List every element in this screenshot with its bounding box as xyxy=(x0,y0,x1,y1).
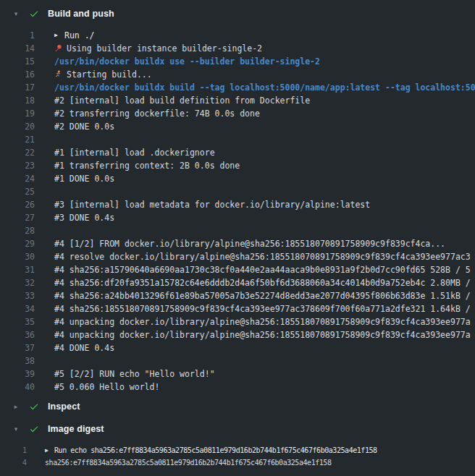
chevron-down-icon: ▾ xyxy=(12,425,20,433)
log-line: 36 #4 unpacking docker.io/library/alpine… xyxy=(0,328,475,341)
log-line: 21 xyxy=(0,133,475,146)
section-header-inspect[interactable]: ▸ Inspect xyxy=(0,395,475,417)
line-text: #5 0.060 Hello world! xyxy=(54,381,159,394)
line-number[interactable]: 37 xyxy=(0,341,35,354)
line-number[interactable]: 15 xyxy=(0,55,35,68)
line-text: /usr/bin/docker buildx build --tag local… xyxy=(54,81,475,94)
line-number[interactable]: 23 xyxy=(0,159,35,172)
line-text: #1 DONE 0.0s xyxy=(54,172,114,185)
line-number[interactable]: 39 xyxy=(0,367,35,381)
line-text: #4 unpacking docker.io/library/alpine@sh… xyxy=(54,328,471,341)
log-group-line[interactable]: 1 ▶ Run ./ xyxy=(0,29,475,42)
line-number[interactable]: 24 xyxy=(0,172,35,185)
line-number[interactable]: 31 xyxy=(0,263,35,276)
log-line: 16 Starting build... xyxy=(0,68,475,81)
line-text: Using builder instance builder-single-2 xyxy=(54,42,262,55)
log-line: 37 #4 DONE 0.4s xyxy=(0,341,475,354)
section-title: Inspect xyxy=(48,401,80,412)
check-icon xyxy=(29,424,39,434)
line-text: Run echo sha256:e7ff8834a5963a2785c5a081… xyxy=(54,444,377,456)
line-number[interactable]: 35 xyxy=(0,315,35,328)
line-text: #3 DONE 0.4s xyxy=(54,211,114,224)
section-build-and-push: ▾ Build and push 1 ▶ Run ./ 14 Using bui… xyxy=(0,1,475,395)
line-number[interactable]: 16 xyxy=(0,68,35,81)
log-line: 22 #1 [internal] load .dockerignore xyxy=(0,146,475,159)
chevron-down-icon: ▾ xyxy=(12,10,20,17)
chevron-right-icon: ▸ xyxy=(12,403,20,410)
chevron-right-icon: ▶ xyxy=(45,444,51,456)
log-line: 32 #4 sha256:df20fa9351a15782c64e6dddb2d… xyxy=(0,276,475,289)
section-image-digest: ▾ Image digest 1 ▶ Run echo sha256:e7ff8… xyxy=(0,417,475,469)
line-text: #4 resolve docker.io/library/alpine@sha2… xyxy=(54,250,471,263)
line-text: #1 [internal] load .dockerignore xyxy=(54,146,215,159)
line-number[interactable]: 22 xyxy=(0,146,35,159)
log-line: 24 #1 DONE 0.0s xyxy=(0,172,475,185)
line-text: /usr/bin/docker buildx use --builder bui… xyxy=(54,55,320,68)
line-number[interactable]: 26 xyxy=(0,198,35,211)
log-line: 20 #2 DONE 0.0s xyxy=(0,120,475,133)
line-number[interactable]: 32 xyxy=(0,276,35,289)
line-text: #4 sha256:df20fa9351a15782c64e6dddb2d4a6… xyxy=(54,276,471,289)
check-icon xyxy=(29,9,39,19)
section-title: Build and push xyxy=(48,9,114,19)
log-line: 14 Using builder instance builder-single… xyxy=(0,42,475,55)
line-text: #5 [2/2] RUN echo "Hello world!" xyxy=(54,367,215,381)
log-line: 38 xyxy=(0,354,475,367)
pushpin-icon xyxy=(54,43,62,55)
line-number[interactable]: 4 xyxy=(0,456,27,469)
log-line: 19 #2 transferring dockerfile: 74B 0.0s … xyxy=(0,107,475,120)
line-number[interactable]: 25 xyxy=(0,185,35,198)
log-line-command: 15 /usr/bin/docker buildx use --builder … xyxy=(0,55,475,68)
line-number[interactable]: 38 xyxy=(0,354,35,367)
log-line: 35 #4 unpacking docker.io/library/alpine… xyxy=(0,315,475,328)
runner-icon xyxy=(54,69,62,81)
log-line: 33 #4 sha256:a24bb4013296f61e89ba57005a7… xyxy=(0,289,475,302)
check-icon xyxy=(29,401,39,412)
line-text: #2 DONE 0.0s xyxy=(54,120,114,133)
log-line: 25 xyxy=(0,185,475,198)
line-number[interactable]: 20 xyxy=(0,120,35,133)
line-number[interactable]: 30 xyxy=(0,250,35,263)
line-number[interactable]: 17 xyxy=(0,81,35,94)
line-text: #2 transferring dockerfile: 74B 0.0s don… xyxy=(54,107,260,120)
line-text: #4 DONE 0.4s xyxy=(54,341,114,354)
log-lines: 1 ▶ Run ./ 14 Using builder instance bui… xyxy=(0,25,475,395)
log-line: 34 #4 sha256:185518070891758909c9f839cf4… xyxy=(0,302,475,315)
section-header-build-and-push[interactable]: ▾ Build and push xyxy=(0,1,475,25)
line-text: #3 [internal] load metadata for docker.i… xyxy=(54,198,370,211)
line-number[interactable]: 28 xyxy=(0,224,35,237)
line-text: #4 [1/2] FROM docker.io/library/alpine@s… xyxy=(54,237,445,250)
line-text: #4 sha256:185518070891758909c9f839cf4ca3… xyxy=(54,302,471,315)
section-inspect: ▸ Inspect xyxy=(0,395,475,417)
section-header-image-digest[interactable]: ▾ Image digest xyxy=(0,417,475,440)
line-number[interactable]: 29 xyxy=(0,237,35,250)
line-text: #2 [internal] load build definition from… xyxy=(54,94,310,107)
log-line: 26 #3 [internal] load metadata for docke… xyxy=(0,198,475,211)
line-text: #4 sha256:a24bb4013296f61e89ba57005a7b3e… xyxy=(54,289,471,302)
log-line: 28 xyxy=(0,224,475,237)
line-number[interactable]: 40 xyxy=(0,381,35,394)
line-number[interactable]: 14 xyxy=(0,42,35,55)
log-group-line[interactable]: 1 ▶ Run echo sha256:e7ff8834a5963a2785c5… xyxy=(0,444,475,456)
log-line: 39 #5 [2/2] RUN echo "Hello world!" xyxy=(0,367,475,381)
log-line: 27 #3 DONE 0.4s xyxy=(0,211,475,224)
line-number[interactable]: 1 xyxy=(0,444,27,456)
log-line-command: 17 /usr/bin/docker buildx build --tag lo… xyxy=(0,81,475,94)
chevron-right-icon: ▶ xyxy=(54,29,61,42)
log-line: 18 #2 [internal] load build definition f… xyxy=(0,94,475,107)
log-line: 4 sha256:e7ff8834a5963a2785c5a0811e979d1… xyxy=(0,456,475,469)
log-line: 23 #1 transferring context: 2B 0.0s done xyxy=(0,159,475,172)
line-text: Run ./ xyxy=(64,29,95,42)
line-number[interactable]: 21 xyxy=(0,133,35,146)
line-text: #4 unpacking docker.io/library/alpine@sh… xyxy=(54,315,471,328)
line-number[interactable]: 27 xyxy=(0,211,35,224)
log-line: 30 #4 resolve docker.io/library/alpine@s… xyxy=(0,250,475,263)
line-number[interactable]: 18 xyxy=(0,94,35,107)
line-number[interactable]: 1 xyxy=(0,29,35,42)
line-number[interactable]: 34 xyxy=(0,302,35,315)
line-text: #4 sha256:a15790640a6690aa1730c38cf0a440… xyxy=(54,263,471,276)
line-number[interactable]: 36 xyxy=(0,328,35,341)
line-number[interactable]: 19 xyxy=(0,107,35,120)
line-text: sha256:e7ff8834a5963a2785c5a0811e979d16b… xyxy=(45,456,332,469)
line-number[interactable]: 33 xyxy=(0,289,35,302)
